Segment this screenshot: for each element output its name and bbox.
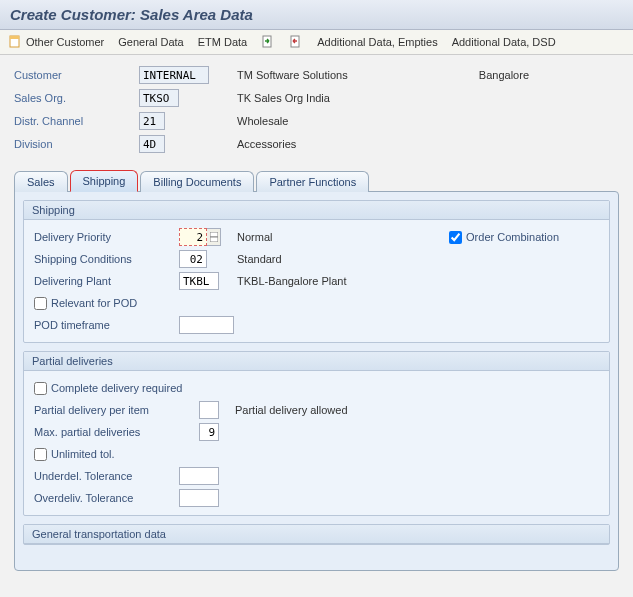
general-data-button[interactable]: General Data — [118, 36, 183, 48]
document-arrow-out-icon — [289, 34, 303, 50]
unlimited-tol-checkbox[interactable] — [34, 448, 47, 461]
customer-label: Customer — [14, 69, 139, 81]
toolbar-label: ETM Data — [198, 36, 248, 48]
f4-help-icon — [210, 230, 218, 245]
document-icon — [8, 34, 22, 50]
doc-in-icon-button[interactable] — [261, 34, 275, 50]
overdel-tol-label: Overdeliv. Tolerance — [34, 492, 179, 504]
group-general-transport: General transportation data — [23, 524, 610, 545]
pod-timeframe-input[interactable] — [179, 316, 234, 334]
order-combination-checkbox[interactable] — [449, 231, 462, 244]
tab-sales[interactable]: Sales — [14, 171, 68, 192]
group-title: General transportation data — [24, 525, 609, 544]
shipping-conditions-input[interactable] — [179, 250, 207, 268]
partial-allowed-label: Partial delivery allowed — [235, 404, 348, 416]
toolbar-label: Other Customer — [26, 36, 104, 48]
delivery-priority-label: Delivery Priority — [34, 231, 179, 243]
sales-org-desc: TK Sales Org India — [237, 92, 330, 104]
tab-shipping[interactable]: Shipping — [70, 170, 139, 192]
tab-partner[interactable]: Partner Functions — [256, 171, 369, 192]
header-fields: Customer TM Software Solutions Bangalore… — [0, 55, 633, 163]
underdel-tol-label: Underdel. Tolerance — [34, 470, 179, 482]
group-shipping: Shipping Delivery Priority Normal Order … — [23, 200, 610, 343]
unlimited-tol-label: Unlimited tol. — [51, 448, 115, 460]
overdel-tol-input[interactable] — [179, 489, 219, 507]
distr-channel-label: Distr. Channel — [14, 115, 139, 127]
relevant-pod-label: Relevant for POD — [51, 297, 137, 309]
tabstrip: Sales Shipping Billing Documents Partner… — [0, 169, 633, 571]
additional-dsd-button[interactable]: Additional Data, DSD — [452, 36, 556, 48]
customer-desc: TM Software Solutions — [237, 69, 348, 81]
toolbar-label: Additional Data, Empties — [317, 36, 437, 48]
division-input[interactable] — [139, 135, 165, 153]
order-combination-label: Order Combination — [466, 231, 559, 243]
tab-label: Billing Documents — [153, 176, 241, 188]
shipping-conditions-desc: Standard — [237, 253, 282, 265]
tab-label: Shipping — [83, 175, 126, 187]
complete-delivery-field[interactable]: Complete delivery required — [34, 382, 182, 395]
sales-org-label: Sales Org. — [14, 92, 139, 104]
delivering-plant-desc: TKBL-Bangalore Plant — [237, 275, 346, 287]
tab-label: Sales — [27, 176, 55, 188]
distr-channel-input[interactable] — [139, 112, 165, 130]
distr-channel-desc: Wholesale — [237, 115, 288, 127]
max-partial-label: Max. partial deliveries — [34, 426, 199, 438]
partial-per-item-input[interactable] — [199, 401, 219, 419]
sales-org-input[interactable] — [139, 89, 179, 107]
delivering-plant-label: Delivering Plant — [34, 275, 179, 287]
shipping-conditions-label: Shipping Conditions — [34, 253, 179, 265]
etm-data-button[interactable]: ETM Data — [198, 36, 248, 48]
doc-out-icon-button[interactable] — [289, 34, 303, 50]
tab-label: Partner Functions — [269, 176, 356, 188]
complete-delivery-checkbox[interactable] — [34, 382, 47, 395]
page-title: Create Customer: Sales Area Data — [10, 6, 623, 23]
division-desc: Accessories — [237, 138, 296, 150]
svg-rect-5 — [210, 237, 218, 242]
customer-input[interactable] — [139, 66, 209, 84]
application-toolbar: Other Customer General Data ETM Data Add… — [0, 30, 633, 55]
group-title: Partial deliveries — [24, 352, 609, 371]
svg-rect-4 — [210, 232, 218, 237]
f4-help-button[interactable] — [207, 228, 221, 246]
unlimited-tol-field[interactable]: Unlimited tol. — [34, 448, 115, 461]
partial-per-item-label: Partial delivery per item — [34, 404, 199, 416]
relevant-pod-field[interactable]: Relevant for POD — [34, 297, 137, 310]
document-arrow-in-icon — [261, 34, 275, 50]
tab-billing[interactable]: Billing Documents — [140, 171, 254, 192]
tab-body-shipping: Shipping Delivery Priority Normal Order … — [14, 191, 619, 571]
customer-city: Bangalore — [479, 69, 529, 81]
toolbar-label: General Data — [118, 36, 183, 48]
title-bar: Create Customer: Sales Area Data — [0, 0, 633, 30]
delivery-priority-input[interactable] — [179, 228, 207, 246]
relevant-pod-checkbox[interactable] — [34, 297, 47, 310]
complete-delivery-label: Complete delivery required — [51, 382, 182, 394]
group-title: Shipping — [24, 201, 609, 220]
max-partial-input[interactable] — [199, 423, 219, 441]
pod-timeframe-label: POD timeframe — [34, 319, 179, 331]
delivering-plant-input[interactable] — [179, 272, 219, 290]
other-customer-button[interactable]: Other Customer — [8, 34, 104, 50]
group-partial-deliveries: Partial deliveries Complete delivery req… — [23, 351, 610, 516]
underdel-tol-input[interactable] — [179, 467, 219, 485]
svg-rect-1 — [10, 36, 19, 39]
delivery-priority-desc: Normal — [237, 231, 272, 243]
division-label: Division — [14, 138, 139, 150]
additional-empties-button[interactable]: Additional Data, Empties — [317, 36, 437, 48]
toolbar-label: Additional Data, DSD — [452, 36, 556, 48]
order-combination-field[interactable]: Order Combination — [449, 231, 559, 244]
